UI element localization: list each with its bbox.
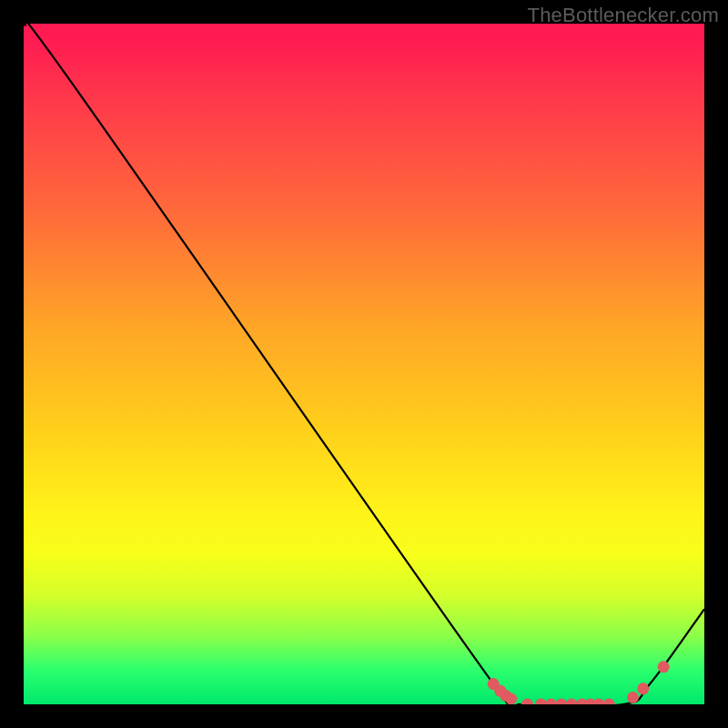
watermark-text: TheBottlenecker.com xyxy=(528,4,719,27)
chart-overlay xyxy=(24,24,704,704)
chart-frame: TheBottlenecker.com xyxy=(0,0,728,728)
data-marker xyxy=(566,699,578,705)
data-marker xyxy=(658,661,670,672)
data-marker xyxy=(555,699,567,705)
data-marker xyxy=(545,699,557,705)
data-marker xyxy=(627,692,639,703)
data-marker xyxy=(521,699,533,705)
data-marker xyxy=(505,693,517,704)
data-marker xyxy=(637,682,649,694)
score-curve-line xyxy=(24,24,704,704)
data-marker xyxy=(535,699,547,705)
marker-group xyxy=(488,661,670,704)
data-marker xyxy=(593,699,605,705)
data-marker xyxy=(603,699,615,705)
